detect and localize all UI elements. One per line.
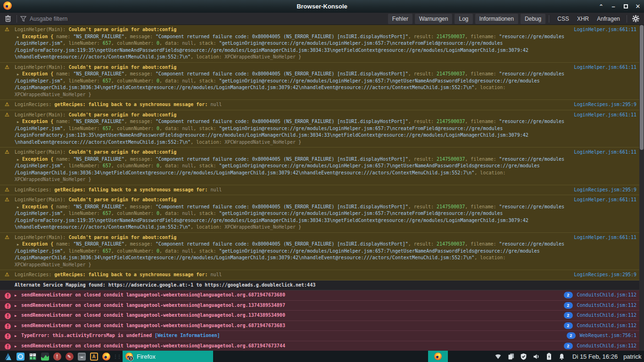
toolbar-divider	[549, 15, 549, 23]
filter-errors-button[interactable]: Fehler	[388, 14, 413, 24]
source-location-link[interactable]: LoginHelper.jsm:661:11	[574, 149, 636, 156]
source-location-link[interactable]: LoginHelper.jsm:661:11	[574, 234, 636, 241]
text-segment: "Component returned failure code: 0x8000…	[156, 119, 408, 124]
expand-arrow-icon[interactable]: ▶	[17, 34, 19, 41]
calculator-icon[interactable]: +−×=	[27, 351, 38, 362]
source-location-link[interactable]: ConduitsChild.jsm:112	[577, 312, 636, 319]
expand-arrow-icon[interactable]: ▶	[17, 71, 19, 78]
clear-console-trash-icon[interactable]	[3, 14, 13, 23]
warning-icon: ⚠	[5, 26, 9, 33]
source-location-link[interactable]: ConduitsChild.jsm:112	[577, 302, 636, 309]
source-location-link[interactable]: WebRequest.jsm:756:1	[580, 332, 636, 339]
text-segment: "resource://gre/modules	[499, 34, 564, 39]
text-segment: , message:	[124, 241, 156, 247]
expand-arrow-icon[interactable]: ▶	[15, 313, 17, 319]
text-segment: 657	[103, 126, 111, 131]
source-location-link[interactable]: LoginRecipes.jsm:295:9	[574, 187, 636, 194]
filter-css-button[interactable]: CSS	[554, 14, 572, 24]
repeat-count-badge: 2	[564, 292, 573, 298]
expand-arrow-icon[interactable]: ▶	[15, 292, 17, 299]
firefox-active-indicator[interactable]	[428, 351, 448, 362]
taskbar-clock[interactable]: Di 15 Feb, 16:26	[572, 353, 618, 360]
firefox-app-icon[interactable]	[101, 351, 111, 362]
window-count-badge: 3	[128, 356, 133, 361]
text-segment: Exception {	[22, 34, 56, 39]
characters-app-icon[interactable]: A	[89, 351, 99, 362]
maximize-icon[interactable]	[621, 2, 630, 11]
close-icon[interactable]: ✕	[634, 2, 642, 11]
text-segment: , location:	[474, 255, 505, 260]
archive-drawer-icon[interactable]	[76, 351, 87, 362]
source-location-link[interactable]: ConduitsChild.jsm:112	[577, 292, 636, 299]
text-segment: getRecipes: falling back to a synchronou…	[54, 102, 210, 107]
filter-requests-button[interactable]: Anfragen	[594, 14, 623, 24]
app-launcher-icon[interactable]	[3, 351, 13, 362]
editor-pencil-icon[interactable]: ✎	[64, 351, 74, 362]
text-segment: , lineNumber:	[63, 248, 102, 254]
expand-arrow-icon[interactable]: ▶	[17, 204, 19, 211]
console-row: !▶sendRemoveListener on closed conduit l…	[0, 321, 644, 331]
source-location-link[interactable]: LoginRecipes.jsm:295:9	[574, 101, 636, 108]
minimize-icon[interactable]: –	[609, 2, 618, 11]
expand-arrow-icon[interactable]: ▶	[17, 241, 19, 248]
text-segment: sendRemoveListener on closed conduit lan…	[21, 323, 285, 328]
source-location-link[interactable]: ConduitsChild.jsm:112	[577, 322, 636, 329]
network-icon[interactable]	[494, 353, 502, 361]
text-segment: "NS_ERROR_FAILURE"	[73, 156, 124, 162]
console-row: ⚠LoginHelper(Main): Couldn't parse origi…	[0, 25, 644, 63]
source-location-link[interactable]: LoginRecipes.jsm:295:9	[574, 272, 636, 279]
text-segment: , filename:	[465, 156, 499, 162]
filter-input[interactable]: Ausgabe filtern	[20, 16, 67, 22]
expand-arrow-icon[interactable]: ▶	[15, 333, 17, 339]
alerts-app-icon[interactable]: !	[52, 351, 62, 362]
text-segment: Couldn't parse origin for about:config	[68, 65, 176, 70]
scrollbar-thumb[interactable]	[640, 25, 644, 150]
console-row: !▶TypeError: this.activityErrorsMap is u…	[0, 331, 644, 341]
filter-warnings-button[interactable]: Warnungen	[415, 14, 453, 24]
source-location-link[interactable]: LoginHelper.jsm:661:11	[574, 26, 636, 33]
expand-arrow-icon[interactable]: ▶	[15, 343, 17, 350]
clipboard-icon[interactable]	[507, 353, 515, 361]
filter-log-button[interactable]: Log	[454, 14, 472, 24]
notifications-bell-icon[interactable]	[558, 353, 566, 361]
text-segment: sendRemoveListener on closed conduit lan…	[21, 292, 285, 297]
text-segment: , stack:	[193, 163, 219, 168]
repeat-count-badge: 2	[564, 343, 573, 349]
source-location-link[interactable]: LoginHelper.jsm:661:11	[574, 112, 636, 119]
expand-arrow-icon[interactable]: ▶	[15, 323, 17, 329]
text-segment: null	[210, 272, 222, 277]
expand-arrow-icon[interactable]: ▶	[17, 119, 19, 125]
expand-arrow-icon[interactable]: ▶	[17, 156, 19, 163]
text-segment: "getLoginOrigin@resource://gre/modules/L…	[219, 41, 503, 46]
console-row: ⚠LoginHelper(Main): Couldn't parse origi…	[0, 233, 644, 271]
text-segment: , location:	[190, 224, 224, 230]
source-location-link[interactable]: LoginHelper.jsm:661:11	[574, 64, 636, 71]
source-location-link[interactable]: LoginHelper.jsm:661:11	[574, 197, 636, 204]
filter-info-button[interactable]: Informationen	[475, 14, 518, 24]
text-segment: , columnNumber:	[111, 126, 157, 131]
console-row: ⚠LoginRecipes: getRecipes: falling back …	[0, 100, 644, 110]
more-info-link[interactable]: [Weitere Informationen]	[155, 333, 220, 338]
shield-icon[interactable]	[520, 353, 528, 361]
text-segment: , lineNumber:	[63, 126, 102, 131]
console-row: ⚠LoginRecipes: getRecipes: falling back …	[0, 270, 644, 280]
text-segment: 2147500037	[437, 71, 465, 76]
filter-debug-button[interactable]: Debug	[520, 14, 545, 24]
settings-gear-icon[interactable]	[630, 14, 641, 23]
source-location-link[interactable]: ConduitsChild.jsm:112	[577, 343, 636, 350]
shade-window-icon[interactable]: ⌃	[597, 2, 605, 11]
text-segment: name:	[56, 156, 73, 162]
error-icon: !	[5, 344, 11, 350]
expand-arrow-icon[interactable]: ▶	[15, 303, 17, 309]
system-monitor-icon[interactable]	[40, 351, 50, 362]
panel-handle[interactable]: ⋮⋮	[113, 354, 121, 359]
software-app-icon[interactable]	[15, 351, 25, 362]
battery-icon[interactable]	[545, 353, 553, 361]
console-row: ⚠LoginRecipes: getRecipes: falling back …	[0, 185, 644, 196]
firefox-task-button[interactable]: 3 Firefox	[123, 351, 213, 362]
filter-xhr-button[interactable]: XHR	[574, 14, 592, 24]
text-segment: /LoginFormFactory.jsm:119:35\ngetUserNam…	[15, 132, 528, 138]
volume-icon[interactable]	[532, 353, 540, 361]
scrollbar[interactable]	[639, 25, 644, 351]
text-segment: "resource://gre/modules	[499, 156, 564, 162]
